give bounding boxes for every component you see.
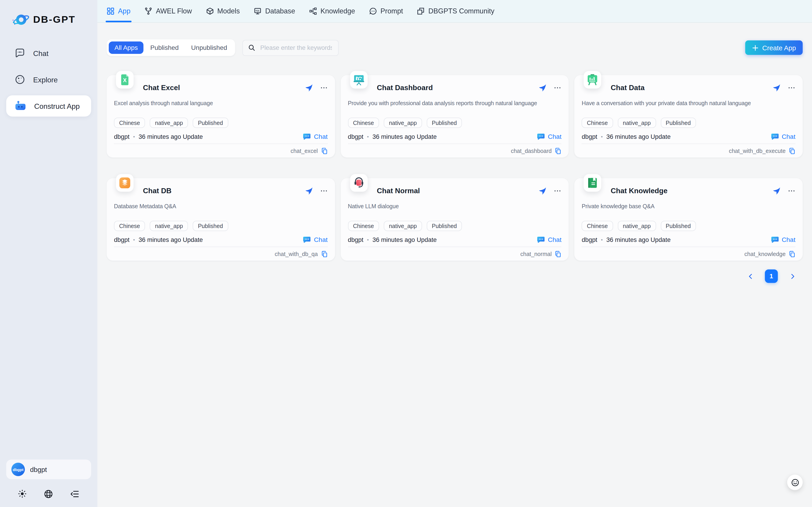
card-footer: chat_excel	[114, 144, 328, 158]
create-app-button[interactable]: Create App	[745, 41, 803, 55]
chat-bubble-icon	[771, 133, 778, 140]
more-menu-button[interactable]	[554, 84, 562, 92]
tab-prompt[interactable]: Prompt	[369, 0, 403, 22]
svg-text:X: X	[123, 77, 127, 83]
filter-tabs: All Apps Published Unpublished	[107, 39, 235, 56]
copy-icon[interactable]	[789, 250, 796, 258]
filter-unpublished[interactable]: Unpublished	[185, 42, 233, 54]
page-next-button[interactable]	[786, 270, 799, 282]
app-card[interactable]: Chat Normal Native LLM dialogue Chinese …	[340, 178, 569, 261]
prompt-bubble-icon	[369, 7, 377, 15]
tab-app[interactable]: App	[107, 0, 131, 22]
tab-label: App	[118, 7, 131, 15]
meta-separator: •	[133, 133, 135, 139]
more-menu-button[interactable]	[788, 187, 795, 194]
sidebar-item-chat[interactable]: Chat	[6, 43, 91, 64]
chat-link[interactable]: Chat	[771, 236, 795, 243]
tag: native_app	[150, 221, 188, 231]
page-number-current[interactable]: 1	[765, 270, 778, 283]
user-account[interactable]: dbgpt dbgpt	[6, 460, 91, 480]
more-menu-button[interactable]	[554, 187, 562, 194]
tab-models[interactable]: Models	[206, 0, 240, 22]
app-description: Have a conversation with your private da…	[582, 100, 796, 107]
feedback-smiley-button[interactable]	[787, 475, 803, 490]
tab-knowledge[interactable]: Knowledge	[309, 0, 355, 22]
tag: Chinese	[348, 118, 379, 128]
tab-label: Database	[265, 7, 295, 15]
app-scene-name: chat_excel	[291, 148, 318, 154]
app-scene-name: chat_dashboard	[511, 148, 552, 154]
meta-row: dbgpt • 36 minutes ago Update Chat	[582, 133, 796, 140]
filter-published[interactable]: Published	[145, 42, 184, 54]
meta-row: dbgpt • 36 minutes ago Update Chat	[348, 133, 562, 140]
more-menu-button[interactable]	[320, 187, 327, 194]
collapse-sidebar-icon[interactable]	[70, 489, 80, 499]
app-description: Excel analysis through natural language	[114, 100, 328, 107]
sidebar-item-explore[interactable]: Explore	[6, 69, 91, 90]
dingtalk-icon[interactable]	[539, 84, 547, 92]
sidebar-item-label: Chat	[33, 49, 49, 57]
chat-link-label: Chat	[314, 236, 327, 243]
app-scene-name: chat_normal	[520, 251, 552, 257]
top-navigation: App AWEL Flow Models	[97, 0, 812, 23]
dingtalk-icon[interactable]	[305, 187, 313, 194]
sidebar-item-construct-app[interactable]: Construct App	[6, 95, 91, 116]
app-card[interactable]: Chat DB Database Metadata Q&A Chinese na…	[107, 178, 335, 261]
dingtalk-icon[interactable]	[539, 187, 547, 194]
chat-link[interactable]: Chat	[537, 236, 562, 243]
content-column: App AWEL Flow Models	[97, 0, 812, 507]
app-card[interactable]: Chat Data Have a conversation with your …	[574, 75, 803, 158]
copy-icon[interactable]	[555, 148, 562, 154]
app-owner: dbgpt	[114, 236, 129, 243]
theme-sun-icon[interactable]	[17, 489, 27, 498]
search-input[interactable]	[259, 44, 333, 52]
card-footer: chat_with_db_execute	[582, 144, 796, 158]
tag: Published	[193, 118, 228, 128]
sidebar-item-label: Explore	[33, 75, 58, 83]
copy-icon[interactable]	[555, 250, 562, 258]
sidebar-menu: Chat Explore	[6, 43, 91, 117]
chat-link[interactable]: Chat	[303, 133, 327, 140]
app-description: Provide you with professional data analy…	[348, 100, 562, 107]
more-menu-button[interactable]	[320, 84, 327, 92]
chat-link-label: Chat	[782, 133, 795, 140]
copy-icon[interactable]	[321, 148, 328, 154]
chat-link-label: Chat	[782, 236, 795, 243]
dingtalk-icon[interactable]	[773, 84, 780, 92]
sidebar-item-label: Construct App	[34, 102, 80, 110]
tag: Chinese	[582, 118, 613, 128]
filter-all-apps[interactable]: All Apps	[109, 42, 143, 54]
brand-name: DB-GPT	[33, 14, 75, 25]
community-blocks-icon	[417, 7, 425, 15]
tab-dbgpts-community[interactable]: DBGPTS Community	[417, 0, 494, 22]
app-updated: 36 minutes ago Update	[372, 236, 437, 243]
tab-label: DBGPTS Community	[428, 7, 494, 15]
app-card[interactable]: Chat Dashboard Provide you with professi…	[340, 75, 569, 158]
tag: Chinese	[114, 118, 145, 128]
copy-icon[interactable]	[789, 148, 796, 154]
page-prev-button[interactable]	[744, 270, 757, 282]
chat-link[interactable]: Chat	[303, 236, 327, 243]
more-menu-button[interactable]	[788, 84, 795, 92]
dingtalk-icon[interactable]	[305, 84, 313, 92]
meta-separator: •	[133, 237, 135, 242]
app-card[interactable]: X Chat Excel Excel analysis through natu…	[107, 75, 335, 158]
chat-link[interactable]: Chat	[537, 133, 562, 140]
tab-database[interactable]: SQL Database	[254, 0, 295, 22]
tag-row: Chinese native_app Published	[348, 221, 562, 231]
app-icon-box	[350, 174, 367, 191]
tab-label: Models	[217, 7, 240, 15]
headset-icon	[353, 177, 365, 189]
tab-awel-flow[interactable]: AWEL Flow	[144, 0, 192, 22]
language-globe-icon[interactable]	[44, 489, 53, 499]
chat-link[interactable]: Chat	[771, 133, 795, 140]
tag: Chinese	[114, 221, 145, 231]
brand-logo[interactable]: DB-GPT	[11, 10, 91, 29]
tag-row: Chinese native_app Published	[348, 118, 562, 128]
tag: Published	[193, 221, 228, 231]
app-card[interactable]: Chat Knowledge Private knowledge base Q&…	[574, 178, 803, 261]
plus-icon	[752, 44, 759, 51]
copy-icon[interactable]	[321, 250, 328, 258]
dingtalk-icon[interactable]	[773, 187, 780, 194]
chat-bubble-icon	[771, 236, 778, 243]
